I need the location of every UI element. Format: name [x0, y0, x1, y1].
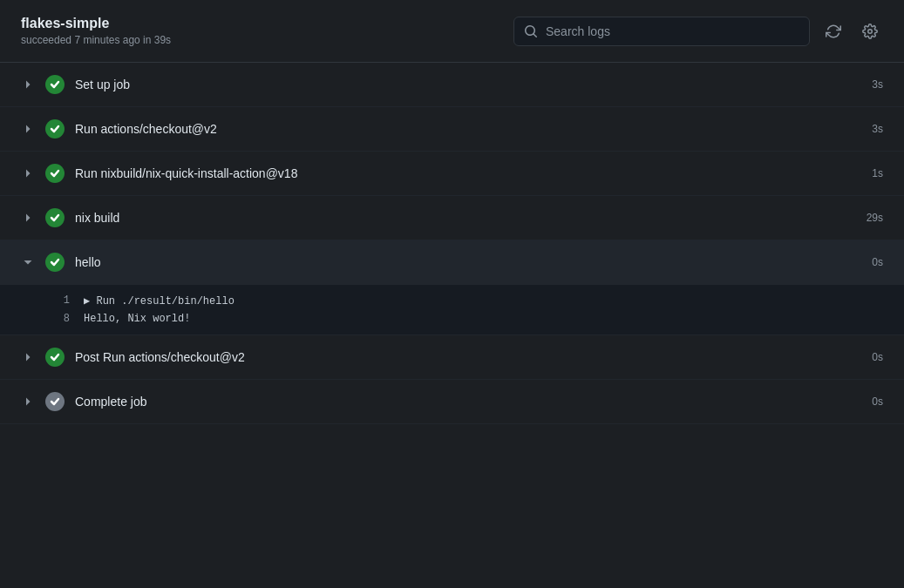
step-left: Complete job	[21, 392, 147, 411]
header-left: flakes-simple succeeded 7 minutes ago in…	[21, 16, 171, 46]
step-duration: 0s	[872, 256, 883, 268]
chevron-right-icon	[21, 396, 35, 407]
step-row[interactable]: nix build29s	[0, 196, 904, 240]
step-left: hello	[21, 253, 101, 272]
step-row[interactable]: hello0s	[0, 240, 904, 285]
workflow-title: flakes-simple	[21, 16, 171, 31]
step-status-icon	[45, 253, 65, 272]
step-name: hello	[75, 255, 101, 269]
step-left: Post Run actions/checkout@v2	[21, 348, 245, 367]
step-row[interactable]: Run nixbuild/nix-quick-install-action@v1…	[0, 152, 904, 196]
header: flakes-simple succeeded 7 minutes ago in…	[0, 0, 904, 63]
step-name: nix build	[75, 211, 119, 225]
step-left: Run actions/checkout@v2	[21, 119, 217, 139]
step-left: Set up job	[21, 75, 130, 94]
chevron-right-icon	[21, 213, 35, 223]
chevron-right-icon	[21, 168, 35, 179]
log-line-content: ▶ Run ./result/bin/hello	[84, 294, 234, 308]
step-duration: 0s	[872, 395, 883, 408]
log-line-number: 8	[52, 313, 70, 325]
header-right	[513, 17, 883, 46]
step-status-icon	[45, 119, 65, 139]
refresh-button[interactable]	[820, 18, 846, 44]
step-name: Run actions/checkout@v2	[75, 122, 217, 136]
step-left: Run nixbuild/nix-quick-install-action@v1…	[21, 164, 297, 183]
step-duration: 0s	[872, 351, 883, 363]
workflow-status: succeeded 7 minutes ago in 39s	[21, 34, 171, 46]
step-status-icon	[45, 75, 65, 94]
step-status-icon	[45, 392, 65, 411]
settings-button[interactable]	[857, 18, 883, 44]
search-input[interactable]	[513, 17, 810, 46]
step-left: nix build	[21, 208, 119, 227]
step-row[interactable]: Post Run actions/checkout@v20s	[0, 335, 904, 380]
log-line-content: Hello, Nix world!	[84, 313, 190, 325]
log-line: 1▶ Run ./result/bin/hello	[52, 292, 883, 310]
step-name: Run nixbuild/nix-quick-install-action@v1…	[75, 166, 297, 180]
step-status-icon	[45, 348, 65, 367]
svg-point-0	[868, 29, 873, 33]
step-status-icon	[45, 164, 65, 183]
step-row[interactable]: Set up job3s	[0, 63, 904, 107]
search-container	[513, 17, 810, 46]
search-icon	[524, 24, 538, 38]
chevron-right-icon	[21, 124, 35, 134]
step-logs: 1▶ Run ./result/bin/hello8Hello, Nix wor…	[0, 285, 904, 335]
step-duration: 3s	[872, 123, 883, 135]
step-name: Set up job	[75, 78, 130, 91]
log-line: 8Hello, Nix world!	[52, 310, 883, 328]
step-row[interactable]: Complete job0s	[0, 380, 904, 424]
step-name: Post Run actions/checkout@v2	[75, 350, 245, 364]
step-duration: 3s	[872, 78, 883, 91]
chevron-right-icon	[21, 79, 35, 90]
chevron-down-icon	[21, 257, 35, 267]
steps-list: Set up job3sRun actions/checkout@v23sRun…	[0, 63, 904, 424]
step-duration: 29s	[867, 212, 883, 224]
chevron-right-icon	[21, 352, 35, 362]
log-line-number: 1	[52, 294, 70, 307]
step-name: Complete job	[75, 395, 147, 409]
step-duration: 1s	[872, 167, 883, 179]
step-status-icon	[45, 208, 65, 227]
step-row[interactable]: Run actions/checkout@v23s	[0, 107, 904, 152]
